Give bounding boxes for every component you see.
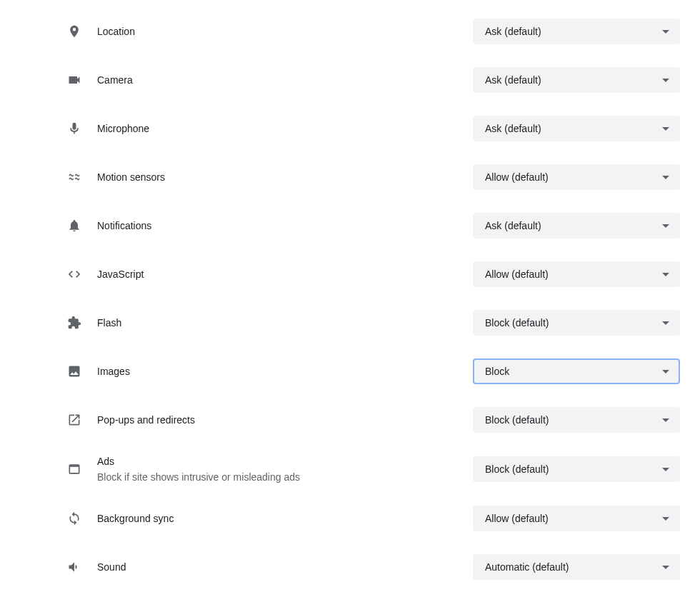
label-notifications: Notifications	[97, 219, 473, 233]
chevron-down-icon	[662, 224, 669, 228]
label-popups: Pop-ups and redirects	[97, 413, 473, 427]
label-bgsync: Background sync	[97, 511, 473, 526]
chevron-down-icon	[662, 273, 669, 276]
ads-icon	[63, 462, 86, 476]
select-ads[interactable]: Block (default)	[473, 456, 680, 482]
select-location-value: Ask (default)	[485, 26, 541, 37]
label-camera: Camera	[97, 73, 473, 87]
select-images-value: Block	[485, 366, 509, 377]
row-location: Location Ask (default)	[0, 7, 700, 56]
select-popups-value: Block (default)	[485, 414, 549, 426]
bell-icon	[63, 219, 86, 233]
code-icon	[63, 267, 86, 281]
select-microphone[interactable]: Ask (default)	[473, 116, 680, 141]
select-bgsync-value: Allow (default)	[485, 513, 549, 524]
location-icon	[63, 24, 86, 39]
select-notifications-value: Ask (default)	[485, 220, 541, 231]
label-microphone: Microphone	[97, 121, 473, 136]
select-sound[interactable]: Automatic (default)	[473, 554, 680, 580]
plugin-icon	[63, 316, 86, 330]
select-images[interactable]: Block	[473, 358, 680, 384]
select-flash-value: Block (default)	[485, 317, 549, 328]
chevron-down-icon	[662, 30, 669, 34]
row-notifications: Notifications Ask (default)	[0, 201, 700, 250]
chevron-down-icon	[662, 418, 669, 422]
select-popups[interactable]: Block (default)	[473, 407, 680, 433]
select-camera-value: Ask (default)	[485, 74, 541, 86]
row-bgsync: Background sync Allow (default)	[0, 494, 700, 543]
chevron-down-icon	[662, 566, 669, 569]
chevron-down-icon	[662, 517, 669, 521]
chevron-down-icon	[662, 468, 669, 471]
label-images: Images	[97, 364, 473, 378]
select-javascript[interactable]: Allow (default)	[473, 261, 680, 287]
label-motion: Motion sensors	[97, 170, 473, 184]
select-motion-value: Allow (default)	[485, 171, 549, 183]
microphone-icon	[63, 121, 86, 136]
sound-icon	[63, 560, 86, 574]
permissions-list: Location Ask (default) Camera Ask (defau…	[0, 0, 700, 591]
select-motion[interactable]: Allow (default)	[473, 164, 680, 190]
image-icon	[63, 364, 86, 378]
motion-icon	[63, 170, 86, 184]
sync-icon	[63, 511, 86, 526]
select-microphone-value: Ask (default)	[485, 123, 541, 134]
select-location[interactable]: Ask (default)	[473, 19, 680, 44]
chevron-down-icon	[662, 79, 669, 82]
row-images: Images Block	[0, 347, 700, 396]
camera-icon	[63, 73, 86, 87]
row-ads: Ads Block if site shows intrusive or mis…	[0, 444, 700, 494]
popup-icon	[63, 413, 86, 427]
select-ads-value: Block (default)	[485, 463, 549, 475]
select-javascript-value: Allow (default)	[485, 269, 549, 280]
label-ads: Ads	[97, 454, 473, 468]
label-sound: Sound	[97, 560, 473, 574]
row-popups: Pop-ups and redirects Block (default)	[0, 396, 700, 444]
row-motion: Motion sensors Allow (default)	[0, 153, 700, 201]
chevron-down-icon	[662, 176, 669, 179]
row-microphone: Microphone Ask (default)	[0, 104, 700, 153]
select-sound-value: Automatic (default)	[485, 561, 569, 573]
select-notifications[interactable]: Ask (default)	[473, 213, 680, 239]
sub-ads: Block if site shows intrusive or mislead…	[97, 470, 473, 484]
label-location: Location	[97, 24, 473, 39]
label-javascript: JavaScript	[97, 267, 473, 281]
select-camera[interactable]: Ask (default)	[473, 67, 680, 93]
row-sound: Sound Automatic (default)	[0, 543, 700, 591]
row-flash: Flash Block (default)	[0, 298, 700, 347]
chevron-down-icon	[662, 127, 669, 131]
select-bgsync[interactable]: Allow (default)	[473, 506, 680, 531]
chevron-down-icon	[662, 370, 669, 373]
row-camera: Camera Ask (default)	[0, 56, 700, 104]
select-flash[interactable]: Block (default)	[473, 310, 680, 336]
chevron-down-icon	[662, 321, 669, 325]
row-javascript: JavaScript Allow (default)	[0, 250, 700, 298]
label-flash: Flash	[97, 316, 473, 330]
